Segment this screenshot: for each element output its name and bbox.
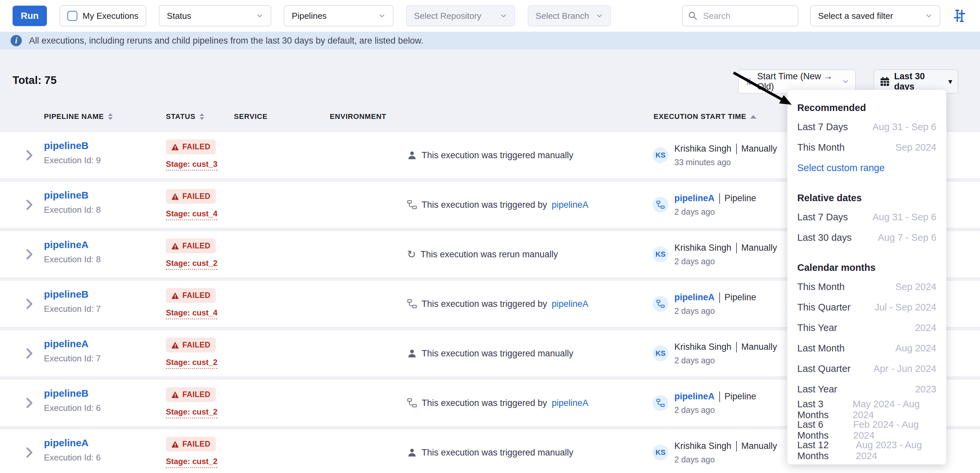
expand-chevron-icon[interactable] — [24, 199, 34, 211]
menu-item-select-custom-range[interactable]: Select custom range — [788, 157, 946, 178]
separator — [719, 193, 720, 204]
starter-name[interactable]: pipelineA — [675, 391, 715, 402]
failed-stage-link[interactable]: Stage: cust_4 — [166, 209, 217, 220]
column-header-pipeline-name[interactable]: PIPELINE NAME — [44, 112, 113, 121]
sort-icon[interactable] — [200, 113, 204, 120]
avatar: KS — [652, 444, 668, 460]
menu-item-this-quarter[interactable]: This Quarter Jul - Sep 2024 — [788, 297, 946, 317]
starter-name: Krishika Singh — [675, 441, 732, 451]
pipeline-name-link[interactable]: pipelineA — [44, 338, 89, 349]
pipelines-filter-dropdown[interactable]: Pipelines — [284, 5, 393, 26]
expand-chevron-icon[interactable] — [24, 149, 34, 161]
expand-chevron-icon[interactable] — [24, 397, 34, 409]
pipeline-name-link[interactable]: pipelineB — [44, 190, 89, 200]
trigger-text: This execution was triggered manually — [422, 448, 573, 458]
menu-item-this-year[interactable]: This Year 2024 — [788, 317, 946, 338]
failed-stage-link[interactable]: Stage: cust_3 — [166, 160, 217, 171]
pipeline-name-link[interactable]: pipelineA — [44, 437, 89, 448]
avatar: KS — [652, 346, 668, 361]
pipeline-name-link[interactable]: pipelineA — [44, 239, 89, 250]
failed-stage-link[interactable]: Stage: cust_2 — [166, 259, 217, 270]
menu-item-last-6-months[interactable]: Last 6 Months Feb 2024 - Aug 2024 — [788, 420, 946, 440]
separator — [736, 441, 737, 452]
trigger-cell: ↻ This execution was rerun manually — [407, 231, 563, 278]
caret-down-icon: ▾ — [948, 77, 952, 86]
avatar — [652, 296, 668, 312]
info-banner: i All executions, including reruns and c… — [0, 32, 980, 49]
sort-icon[interactable] — [108, 113, 113, 120]
menu-item-last-12-months[interactable]: Last 12 Months Aug 2023 - Aug 2024 — [788, 440, 946, 461]
menu-item-last-7-days[interactable]: Last 7 Days Aug 31 - Sep 6 — [788, 207, 946, 227]
column-header-execution-start-time[interactable]: EXECUTION START TIME — [654, 112, 756, 121]
chevron-down-icon — [925, 12, 932, 19]
trigger-pipeline-link[interactable]: pipelineA — [552, 299, 589, 309]
sort-label: Start Time (New → Old) — [757, 71, 837, 92]
menu-item-last-year[interactable]: Last Year 2023 — [788, 379, 946, 399]
pipeline-name-link[interactable]: pipelineB — [44, 289, 89, 300]
menu-item-last-month[interactable]: Last Month Aug 2024 — [788, 338, 946, 359]
starter-name[interactable]: pipelineA — [675, 292, 715, 303]
menu-item-this-month[interactable]: This Month Sep 2024 — [788, 137, 946, 157]
trigger-pipeline-link[interactable]: pipelineA — [552, 200, 589, 210]
execution-id: Execution Id: 7 — [44, 304, 101, 314]
repository-filter-dropdown[interactable]: Select Repository — [406, 5, 515, 26]
filter-settings-icon[interactable] — [952, 9, 967, 23]
status-badge: FAILED — [166, 338, 216, 352]
trigger-text: This execution was triggered by — [422, 200, 547, 210]
failed-stage-link[interactable]: Stage: cust_4 — [166, 308, 217, 319]
column-header-service: SERVICE — [234, 112, 267, 121]
start-time-cell: pipelineA Pipeline 2 days ago — [652, 281, 756, 327]
chevron-down-icon — [500, 12, 507, 19]
starter-name: Krishika Singh — [675, 243, 732, 253]
pipelines-filter-label: Pipelines — [292, 11, 327, 21]
my-executions-checkbox[interactable] — [67, 11, 77, 21]
expand-chevron-icon[interactable] — [24, 447, 34, 459]
status-badge: FAILED — [166, 288, 216, 303]
trigger-pipeline-link[interactable]: pipelineA — [552, 398, 589, 408]
search-input[interactable] — [682, 5, 798, 26]
trigger-text: This execution was triggered by — [422, 398, 547, 408]
menu-item-last-7-days[interactable]: Last 7 Days Aug 31 - Sep 6 — [788, 117, 946, 137]
menu-item-last-quarter[interactable]: Last Quarter Apr - Jun 2024 — [788, 359, 946, 379]
pipeline-cell: pipelineA Execution Id: 7 — [44, 338, 101, 363]
start-time-cell: KS Krishika Singh Manually 2 days ago — [652, 231, 777, 278]
menu-item-last-3-months[interactable]: Last 3 Months May 2024 - Aug 2024 — [788, 399, 946, 420]
expand-chevron-icon[interactable] — [24, 298, 34, 310]
start-time-cell: pipelineA Pipeline 2 days ago — [652, 182, 756, 228]
pipeline-avatar-icon — [656, 399, 665, 407]
rerun-icon: ↻ — [407, 249, 416, 260]
expand-chevron-icon[interactable] — [24, 248, 34, 260]
menu-item-this-month[interactable]: This Month Sep 2024 — [788, 276, 946, 297]
run-button[interactable]: Run — [13, 6, 47, 26]
execution-id: Execution Id: 6 — [44, 403, 101, 413]
branch-filter-dropdown[interactable]: Select Branch — [528, 5, 611, 26]
status-badge: FAILED — [166, 436, 216, 452]
failed-stage-link[interactable]: Stage: cust_2 — [166, 457, 217, 468]
toolbar: Run My Executions Status Pipelines Selec… — [0, 0, 980, 32]
my-executions-toggle[interactable]: My Executions — [59, 5, 146, 26]
failed-stage-link[interactable]: Stage: cust_2 — [166, 358, 217, 369]
chevron-down-icon — [596, 12, 603, 19]
trigger-cell: This execution was triggered manually — [407, 132, 578, 178]
status-filter-dropdown[interactable]: Status — [159, 5, 271, 26]
pipeline-name-link[interactable]: pipelineB — [44, 140, 89, 151]
starter-name[interactable]: pipelineA — [675, 193, 715, 203]
relative-time: 2 days ago — [675, 306, 756, 316]
separator — [719, 292, 720, 303]
failed-stage-link[interactable]: Stage: cust_2 — [166, 407, 217, 419]
trigger-type: Pipeline — [725, 391, 756, 402]
expand-chevron-icon[interactable] — [24, 348, 34, 359]
trigger-type: Manually — [741, 144, 777, 154]
warning-icon — [171, 391, 179, 398]
pipeline-cell: pipelineB Execution Id: 9 — [44, 140, 101, 165]
menu-section-header: Calendar months — [788, 257, 946, 276]
total-count: Total: 75 — [13, 74, 57, 87]
column-header-status[interactable]: STATUS — [166, 112, 204, 121]
saved-filter-dropdown[interactable]: Select a saved filter — [810, 5, 940, 26]
execution-id: Execution Id: 7 — [44, 354, 101, 363]
menu-item-last-30-days[interactable]: Last 30 days Aug 7 - Sep 6 — [788, 227, 946, 248]
status-badge: FAILED — [166, 189, 216, 204]
pipeline-name-link[interactable]: pipelineB — [44, 388, 89, 399]
relative-time: 2 days ago — [675, 356, 777, 365]
sort-ascending-icon — [750, 115, 756, 119]
